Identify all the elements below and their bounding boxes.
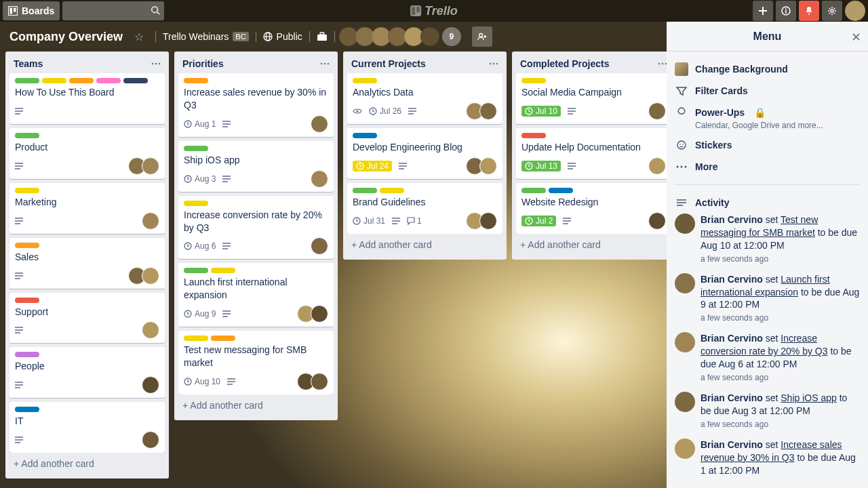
member-avatar[interactable] (648, 102, 666, 120)
boards-button[interactable]: Boards (3, 1, 60, 20)
label-orange[interactable] (184, 78, 208, 83)
card[interactable]: Sales (9, 238, 165, 289)
menu-change-background[interactable]: Change Background (675, 58, 860, 80)
card[interactable]: Marketing (9, 183, 165, 234)
team-name[interactable]: Trello Webinars BC (163, 31, 249, 42)
list-menu-button[interactable] (658, 62, 667, 65)
search-input[interactable] (62, 1, 164, 20)
label-yellow[interactable] (15, 188, 39, 193)
label-green[interactable] (184, 268, 208, 273)
list-title[interactable]: Current Projects (351, 58, 489, 69)
star-button[interactable]: ☆ (130, 27, 149, 46)
card[interactable]: Support (9, 293, 165, 344)
member-avatar[interactable] (648, 212, 666, 230)
visibility-button[interactable]: Public (263, 31, 302, 42)
label-red[interactable] (521, 133, 546, 138)
label-yellow[interactable] (380, 188, 404, 193)
member-avatar[interactable] (142, 267, 159, 285)
list-title[interactable]: Priorities (182, 58, 320, 69)
member-avatar[interactable] (311, 305, 328, 323)
member-avatar[interactable] (311, 237, 328, 255)
card[interactable]: Launch first international expansionAug … (178, 263, 334, 327)
card[interactable]: How To Use This Board (9, 73, 165, 124)
card[interactable]: Increase sales revenue by 30% in Q3Aug 1 (178, 73, 334, 137)
menu-close-button[interactable]: ✕ (851, 30, 861, 45)
list-title[interactable]: Teams (14, 58, 151, 69)
label-green[interactable] (353, 188, 377, 193)
card[interactable]: Analytics DataJul 26 (347, 73, 502, 124)
menu-stickers[interactable]: Stickers (675, 134, 860, 156)
member-avatar[interactable] (142, 212, 159, 230)
card[interactable]: Ship iOS appAug 3 (178, 141, 334, 192)
board-name[interactable]: Company Overview (9, 30, 123, 44)
activity-link[interactable]: Ship iOS app (781, 392, 837, 403)
member-avatar[interactable] (142, 376, 159, 394)
member-avatar[interactable] (142, 431, 159, 449)
member-avatar[interactable] (648, 157, 666, 175)
card[interactable]: People (9, 347, 165, 398)
member-avatar[interactable] (479, 102, 497, 120)
label-orange[interactable] (69, 78, 94, 83)
label-yellow[interactable] (184, 201, 208, 206)
label-blue[interactable] (549, 188, 573, 193)
label-orange[interactable] (211, 336, 235, 341)
member-avatar[interactable] (479, 157, 497, 175)
card[interactable]: Product (9, 128, 165, 179)
add-card-button[interactable]: + Add another card (9, 453, 165, 474)
card[interactable]: Brand GuidelinesJul 311 (347, 183, 502, 234)
info-button[interactable]: i (776, 1, 796, 21)
label-green[interactable] (184, 146, 208, 151)
card[interactable]: Update Help DocumentationJul 13 (516, 128, 671, 179)
notifications-button[interactable] (799, 1, 819, 21)
label-yellow[interactable] (42, 78, 66, 83)
card[interactable]: Increase conversion rate by 20% by Q3Aug… (178, 196, 334, 260)
menu-filter-cards[interactable]: Filter Cards (675, 80, 860, 102)
card[interactable]: Test new messaging for SMB marketAug 10 (178, 331, 334, 394)
briefcase-button[interactable] (317, 32, 328, 41)
activity-avatar[interactable] (675, 439, 695, 459)
member-avatar[interactable] (142, 321, 159, 339)
member-avatar[interactable] (479, 212, 497, 230)
card[interactable]: Website RedesignJul 2 (516, 183, 671, 234)
trello-logo[interactable]: Trello (410, 4, 458, 18)
create-button[interactable] (753, 1, 773, 21)
label-green[interactable] (521, 188, 546, 193)
label-orange[interactable] (15, 243, 39, 248)
card[interactable]: Develop Engineering BlogJul 24 (347, 128, 502, 179)
label-yellow[interactable] (521, 78, 546, 83)
label-red[interactable] (15, 298, 39, 303)
activity-avatar[interactable] (675, 214, 695, 234)
add-card-button[interactable]: + Add another card (516, 234, 671, 256)
user-avatar[interactable] (845, 1, 865, 21)
list-title[interactable]: Completed Projects (520, 58, 658, 69)
label-yellow[interactable] (353, 78, 377, 83)
invite-button[interactable] (472, 26, 492, 47)
list-menu-button[interactable] (320, 62, 330, 65)
list-menu-button[interactable] (151, 62, 161, 65)
list-menu-button[interactable] (489, 62, 498, 65)
menu-more[interactable]: More (675, 156, 860, 178)
activity-avatar[interactable] (675, 392, 695, 412)
label-green[interactable] (15, 133, 39, 138)
activity-avatar[interactable] (675, 273, 695, 293)
card[interactable]: Social Media CampaignJul 10 (516, 73, 671, 124)
card[interactable]: IT (9, 402, 165, 453)
label-yellow[interactable] (211, 268, 235, 273)
label-blue[interactable] (15, 407, 39, 412)
member-avatar[interactable] (142, 157, 159, 175)
label-black[interactable] (123, 78, 148, 83)
label-purple[interactable] (15, 352, 39, 357)
label-blue[interactable] (353, 133, 377, 138)
add-card-button[interactable]: + Add another card (347, 234, 502, 256)
settings-button[interactable] (822, 1, 842, 21)
board-members[interactable]: 9 (342, 27, 461, 46)
activity-avatar[interactable] (675, 332, 695, 352)
label-pink[interactable] (96, 78, 121, 83)
label-green[interactable] (15, 78, 39, 83)
member-avatar[interactable] (311, 115, 328, 133)
member-avatar[interactable] (311, 170, 328, 188)
add-card-button[interactable]: + Add another card (178, 394, 334, 416)
label-yellow[interactable] (184, 336, 208, 341)
member-avatar[interactable] (311, 373, 328, 390)
member-overflow[interactable]: 9 (442, 27, 461, 46)
